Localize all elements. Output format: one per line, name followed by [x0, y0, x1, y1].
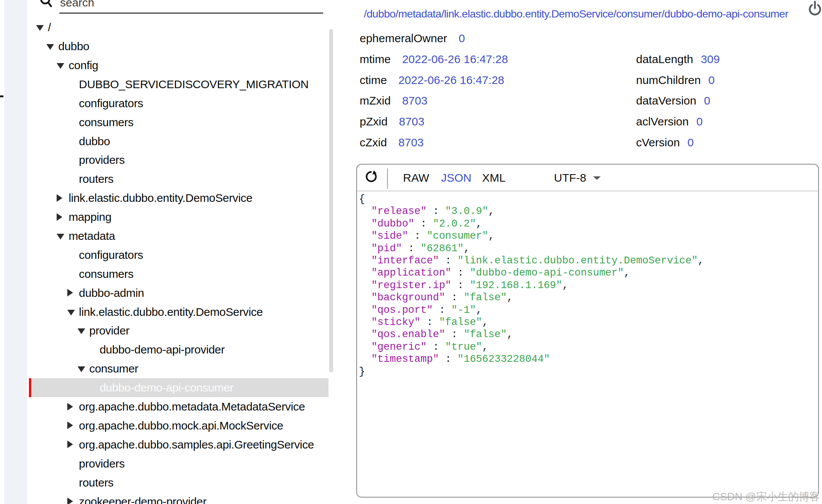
stat-label: aclVersion: [636, 115, 689, 128]
triangle-down-icon[interactable]: [57, 227, 68, 246]
triangle-right-icon[interactable]: [57, 189, 68, 208]
tree-item[interactable]: providers: [29, 454, 328, 473]
tree: /dubboconfigDUBBO_SERVICEDISCOVERY_MIGRA…: [29, 18, 328, 504]
triangle-down-icon[interactable]: [36, 18, 48, 37]
triangle-right-icon[interactable]: [67, 284, 79, 303]
tree-item[interactable]: providers: [29, 151, 328, 170]
tree-item[interactable]: link.elastic.dubbo.entity.DemoService: [29, 189, 328, 208]
refresh-icon[interactable]: [365, 170, 379, 184]
tree-item-label: metadata: [68, 230, 115, 242]
stat-row: mZxid8703: [360, 90, 508, 111]
stat-row: ephemeralOwner0: [360, 28, 508, 49]
stat-row: cZxid8703: [360, 132, 508, 153]
tree-item-label: configurators: [79, 249, 143, 262]
tree-item[interactable]: zookeeper-demo-provider: [29, 492, 328, 504]
encoding-select[interactable]: UTF-8: [554, 171, 586, 185]
tree-item-label: dubbo-admin: [79, 287, 144, 300]
no-icon: [67, 75, 79, 94]
stat-value: 0: [704, 94, 710, 107]
no-icon: [67, 246, 79, 265]
data-box: RAW JSON XML UTF-8 { "release" : "3.0.9"…: [356, 164, 819, 498]
no-icon: [67, 151, 79, 170]
tree-item-label: routers: [79, 476, 114, 489]
no-icon: [67, 454, 79, 473]
tree-item[interactable]: provider: [29, 322, 328, 341]
tree-item-label: consumers: [79, 268, 134, 281]
stat-label: mZxid: [360, 94, 391, 107]
tree-item[interactable]: dubbo-demo-api-provider: [29, 340, 328, 359]
stat-row: aclVersion0: [636, 111, 720, 132]
search-input[interactable]: search: [60, 0, 94, 10]
stat-row: ctime2022-06-26 16:47:28: [360, 70, 508, 90]
tree-item[interactable]: dubbo-demo-api-consumer: [29, 378, 328, 397]
json-code-line: "timestamp" : "1656233228044": [359, 353, 704, 365]
tree-item-label: org.apache.dubbo.mock.api.MockService: [79, 419, 283, 432]
triangle-right-icon[interactable]: [57, 208, 68, 227]
tree-item[interactable]: org.apache.dubbo.mock.api.MockService: [29, 416, 328, 435]
tree-item[interactable]: routers: [29, 170, 328, 189]
tree-item[interactable]: consumers: [29, 113, 328, 132]
no-icon: [88, 340, 100, 359]
stat-label: ephemeralOwner: [360, 32, 447, 45]
no-icon: [67, 170, 79, 189]
triangle-down-icon[interactable]: [57, 56, 68, 75]
triangle-down-icon[interactable]: [67, 303, 79, 322]
triangle-right-icon[interactable]: [67, 416, 79, 435]
no-icon: [67, 265, 79, 284]
tree-item[interactable]: DUBBO_SERVICEDISCOVERY_MIGRATION: [29, 75, 328, 94]
tree-item[interactable]: configurators: [29, 246, 328, 265]
tree-item[interactable]: mapping: [29, 208, 328, 227]
triangle-down-icon[interactable]: [78, 359, 89, 378]
no-icon: [88, 378, 100, 397]
stats-left-column: ephemeralOwner0mtime2022-06-26 16:47:28c…: [360, 28, 508, 153]
power-icon[interactable]: [808, 1, 822, 17]
tree-item[interactable]: link.elastic.dubbo.entity.DemoService: [29, 303, 328, 322]
triangle-down-icon[interactable]: [78, 322, 89, 341]
tab-raw[interactable]: RAW: [403, 171, 429, 185]
tree-item[interactable]: consumer: [29, 359, 328, 378]
stat-label: ctime: [360, 74, 387, 87]
tree-item[interactable]: consumers: [29, 265, 328, 284]
tab-xml[interactable]: XML: [482, 171, 506, 185]
tree-item-label: dubbo: [79, 135, 110, 148]
triangle-right-icon[interactable]: [67, 397, 79, 416]
tree-scrollbar[interactable]: [329, 29, 333, 372]
tree-item[interactable]: /: [29, 18, 328, 37]
json-code-line: "qos.port" : "-1",: [359, 304, 704, 316]
json-code-line: {: [359, 193, 704, 205]
tree-item[interactable]: org.apache.dubbo.metadata.MetadataServic…: [29, 397, 328, 416]
tree-item[interactable]: config: [29, 56, 328, 75]
tab-json[interactable]: JSON: [441, 171, 471, 185]
no-icon: [67, 132, 79, 151]
tree-item-label: org.apache.dubbo.metadata.MetadataServic…: [79, 400, 305, 413]
tree-item-label: config: [68, 59, 98, 72]
toolbar-divider: [387, 168, 388, 189]
stat-label: mtime: [360, 53, 391, 66]
stat-label: pZxid: [360, 115, 387, 128]
stat-value: 8703: [399, 115, 424, 128]
stat-value: 2022-06-26 16:47:28: [402, 53, 508, 66]
stat-row: cVersion0: [636, 132, 720, 153]
tree-item[interactable]: metadata: [29, 227, 328, 246]
json-code-line: "generic" : "true",: [359, 341, 704, 353]
json-code[interactable]: { "release" : "3.0.9", "dubbo" : "2.0.2"…: [359, 193, 704, 378]
tree-item[interactable]: org.apache.dubbo.samples.api.GreetingSer…: [29, 435, 328, 454]
stat-label: dataVersion: [636, 94, 696, 107]
stat-value: 8703: [402, 94, 428, 107]
json-code-line: "register.ip" : "192.168.1.169",: [359, 279, 704, 292]
tree-item[interactable]: dubbo: [29, 132, 328, 151]
stat-value: 0: [459, 32, 465, 45]
tree-item[interactable]: dubbo-admin: [29, 284, 328, 303]
tree-item[interactable]: routers: [29, 473, 328, 492]
data-toolbar: RAW JSON XML UTF-8: [357, 165, 818, 191]
triangle-right-icon[interactable]: [67, 492, 79, 504]
tree-item-label: dubbo-demo-api-provider: [100, 343, 225, 356]
window-edge-dash: [0, 95, 3, 97]
tree-item[interactable]: configurators: [29, 94, 328, 113]
tree-item[interactable]: dubbo: [29, 37, 328, 56]
triangle-right-icon[interactable]: [67, 435, 79, 454]
json-code-line: "dubbo" : "2.0.2",: [359, 218, 704, 230]
no-icon: [67, 473, 79, 492]
tree-item-label: DUBBO_SERVICEDISCOVERY_MIGRATION: [79, 78, 309, 91]
triangle-down-icon[interactable]: [46, 37, 58, 56]
